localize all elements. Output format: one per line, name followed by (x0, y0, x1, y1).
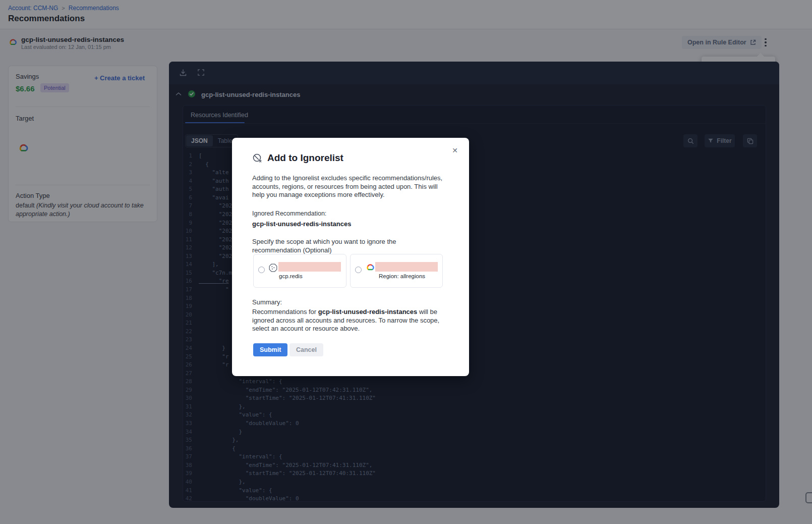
ignored-recommendation-value: gcp-list-unused-redis-instances (252, 220, 351, 228)
redacted-resource-name (278, 262, 341, 272)
scope-option-resource[interactable]: gcp.redis (253, 254, 346, 288)
ignored-recommendation-label: Ignored Recommendation: (252, 210, 326, 217)
summary-label: Summary: (252, 298, 282, 306)
ignore-ban-icon (252, 153, 263, 164)
modal-close-icon[interactable]: ✕ (450, 145, 460, 156)
submit-button[interactable]: Submit (253, 343, 287, 356)
cancel-button[interactable]: Cancel (289, 343, 323, 356)
resource-radio[interactable] (258, 267, 265, 273)
scope-option-region[interactable]: Region: allregions (350, 254, 443, 288)
summary-text: Recommendations for gcp-list-unused-redi… (252, 308, 445, 333)
summary-recommendation-name: gcp-list-unused-redis-instances (318, 308, 417, 316)
modal-header: Add to Ignorelist (252, 152, 343, 164)
add-to-ignorelist-modal: Add to Ignorelist ✕ Adding to the Ignore… (232, 138, 469, 376)
modal-title: Add to Ignorelist (267, 152, 343, 164)
region-option-caption: Region: allregions (379, 273, 425, 279)
modal-description: Adding to the Ignorelist excludes specif… (252, 174, 445, 199)
gcp-redis-icon (268, 263, 278, 273)
scope-label: Specify the scope at which you want to i… (252, 238, 445, 254)
region-radio[interactable] (355, 267, 362, 273)
summary-prefix: Recommendations for (252, 308, 318, 316)
resource-option-caption: gcp.redis (279, 273, 303, 279)
redacted-account-name (375, 262, 438, 272)
gcp-cloud-icon (365, 263, 375, 271)
